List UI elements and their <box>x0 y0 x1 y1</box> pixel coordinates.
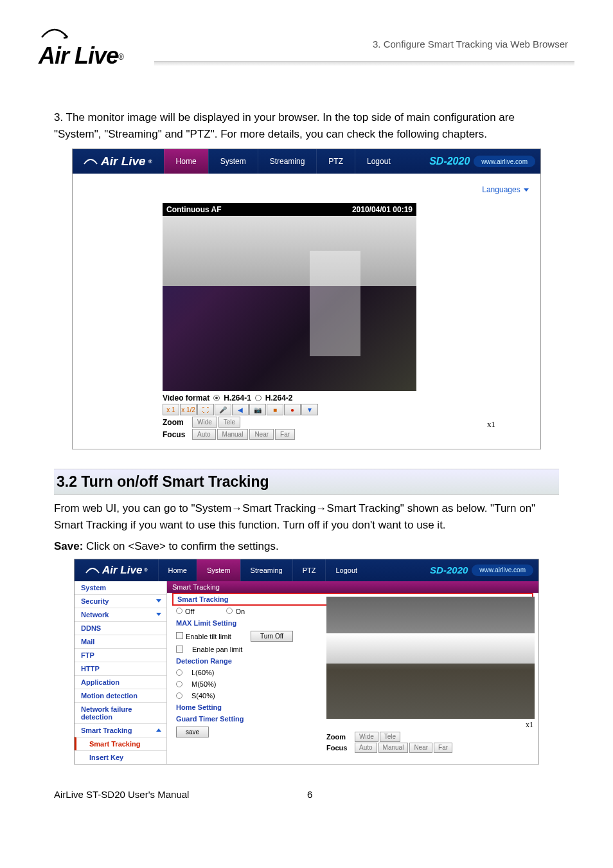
model-label: SD-2020 <box>429 156 474 167</box>
url-link-2[interactable]: www.airlive.com <box>472 565 533 576</box>
fullscreen-button[interactable]: ⛶ <box>197 404 214 415</box>
radio-h264-1[interactable] <box>213 395 220 401</box>
zoom-half-button[interactable]: x 1/2 <box>180 404 197 415</box>
zoom-label: Zoom <box>163 418 191 427</box>
sidebar-item-network[interactable]: Network <box>75 608 166 621</box>
registered-icon: ® <box>118 53 124 62</box>
top-nav: Air Live® Home System Streaming PTZ Logo… <box>73 149 540 174</box>
prev-button[interactable]: ◀ <box>232 404 249 415</box>
zoom-wide-button[interactable]: Wide <box>192 417 217 428</box>
tab-logout[interactable]: Logout <box>355 149 402 174</box>
airlive-logo: Air Live® <box>39 26 124 69</box>
zoom-tele-button[interactable]: Tele <box>218 417 240 428</box>
zoom-level-label-2: x1 <box>326 719 535 731</box>
video-preview[interactable] <box>163 216 416 391</box>
stop-button[interactable]: ■ <box>267 404 283 415</box>
snapshot-button[interactable]: 📷 <box>249 404 266 415</box>
focus-far-button[interactable]: Far <box>275 429 295 440</box>
nav-logo-2: Air Live® <box>75 564 158 577</box>
focus-manual-button-2[interactable]: Manual <box>378 743 409 753</box>
tab-ptz[interactable]: PTZ <box>316 149 355 174</box>
screenshot-home: Air Live® Home System Streaming PTZ Logo… <box>72 149 541 449</box>
radio-l60[interactable] <box>176 669 182 676</box>
focus-far-button-2[interactable]: Far <box>434 743 452 753</box>
sidebar-item-system[interactable]: System <box>75 581 166 594</box>
radio-on[interactable] <box>226 608 233 614</box>
sidebar-item-application[interactable]: Application <box>75 675 166 689</box>
sidebar-item-http[interactable]: HTTP <box>75 662 166 675</box>
sidebar-item-netfail[interactable]: Network failure detection <box>75 702 166 723</box>
sidebar-item-motion[interactable]: Motion detection <box>75 689 166 702</box>
tab2-ptz[interactable]: PTZ <box>292 559 326 581</box>
instruction-text: 3. The monitor image will be displayed i… <box>54 109 559 142</box>
language-dropdown[interactable]: Languages <box>73 174 540 194</box>
url-link[interactable]: www.airlive.com <box>474 156 535 167</box>
tab-system[interactable]: System <box>208 149 258 174</box>
video-preview-2[interactable] <box>326 597 535 719</box>
tab2-logout[interactable]: Logout <box>325 559 367 581</box>
tab2-streaming[interactable]: Streaming <box>240 559 292 581</box>
sidebar-item-mail[interactable]: Mail <box>75 635 166 648</box>
tab2-home[interactable]: Home <box>158 559 197 581</box>
chevron-down-icon <box>156 599 161 602</box>
sidebar-sub-smart-tracking[interactable]: Smart Tracking <box>75 737 166 750</box>
check-tilt-limit[interactable] <box>176 632 183 639</box>
af-status-label: Continuous AF <box>166 205 222 214</box>
sidebar-item-smart-tracking[interactable]: Smart Tracking <box>75 723 166 737</box>
check-pan-limit[interactable] <box>176 646 183 653</box>
page-number: 6 <box>307 789 312 800</box>
nav-logo: Air Live® <box>73 154 164 168</box>
zoom-label-2: Zoom <box>326 733 353 741</box>
radio-m50[interactable] <box>176 681 182 687</box>
tab-home[interactable]: Home <box>164 149 208 174</box>
screenshot-system: Air Live® Home System Streaming PTZ Logo… <box>74 559 539 764</box>
section-3-2-paragraph: From web UI, you can go to "System→Smart… <box>54 500 559 533</box>
sidebar-item-security[interactable]: Security <box>75 594 166 608</box>
zoom-level-label: x1 <box>487 419 495 429</box>
save-button[interactable]: save <box>176 727 209 737</box>
radio-off[interactable] <box>176 608 182 614</box>
radio-h264-2[interactable] <box>255 395 262 401</box>
section-3-2-save-line: Save: Click on <Save> to confirm the set… <box>54 538 559 555</box>
tab-streaming[interactable]: Streaming <box>258 149 317 174</box>
down-button[interactable]: ▼ <box>301 404 318 415</box>
focus-near-button[interactable]: Near <box>249 429 274 440</box>
sidebar-sub-insert-key[interactable]: Insert Key <box>75 750 166 764</box>
header-divider <box>154 61 574 66</box>
panel-title-bar: Smart Tracking <box>167 581 538 593</box>
sidebar-item-ftp[interactable]: FTP <box>75 648 166 662</box>
sidebar: System Security Network DDNS Mail FTP HT… <box>75 581 167 764</box>
focus-label: Focus <box>163 430 191 439</box>
chevron-down-icon <box>524 188 529 192</box>
sidebar-item-ddns[interactable]: DDNS <box>75 621 166 635</box>
focus-auto-button-2[interactable]: Auto <box>355 743 377 753</box>
focus-near-button-2[interactable]: Near <box>409 743 432 753</box>
tab2-system[interactable]: System <box>197 559 240 581</box>
model-label-2: SD-2020 <box>430 565 472 575</box>
zoom-wide-button-2[interactable]: Wide <box>355 732 378 742</box>
video-format-row: Video format H.264-1 H.264-2 <box>163 393 416 402</box>
section-heading-3-2: 3.2 Turn on/off Smart Tracking <box>54 469 559 495</box>
focus-manual-button[interactable]: Manual <box>217 429 249 440</box>
focus-auto-button[interactable]: Auto <box>192 429 216 440</box>
top-nav-2: Air Live® Home System Streaming PTZ Logo… <box>75 559 538 581</box>
focus-label-2: Focus <box>326 744 353 752</box>
turn-off-button[interactable]: Turn Off <box>251 631 293 642</box>
radio-s40[interactable] <box>176 692 182 699</box>
breadcrumb: 3. Configure Smart Tracking via Web Brow… <box>373 39 568 50</box>
chevron-up-icon <box>156 728 161 732</box>
zoom-x1-button[interactable]: x 1 <box>163 404 179 415</box>
zoom-tele-button-2[interactable]: Tele <box>380 732 400 742</box>
chevron-down-icon <box>156 613 161 616</box>
footer-manual-title: AirLive ST-SD20 User's Manual <box>54 789 189 800</box>
record-button[interactable]: ● <box>284 404 301 415</box>
mic-button[interactable]: 🎤 <box>215 404 231 415</box>
timestamp: 2010/04/01 00:19 <box>352 205 413 214</box>
